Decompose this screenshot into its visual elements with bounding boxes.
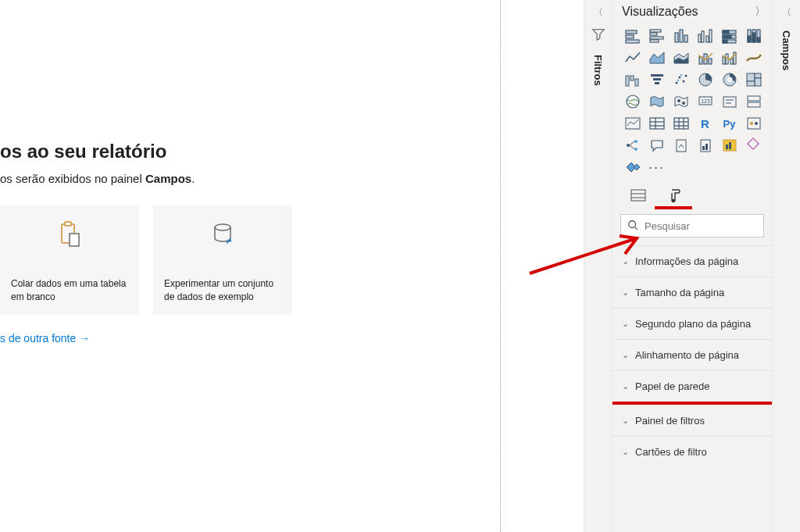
viz-clustered-bar-icon[interactable]	[646, 27, 667, 45]
viz-decomposition-icon[interactable]	[622, 136, 643, 155]
section-filter-pane[interactable]: ⌄Painel de filtros	[612, 405, 772, 436]
viz-gauge-icon[interactable]: 123	[695, 92, 716, 111]
chevron-left-icon[interactable]: 〈	[782, 6, 791, 20]
filters-pane-collapsed[interactable]: 〈 Filtros	[584, 0, 612, 532]
svg-point-44	[678, 77, 680, 79]
section-label: Tamanho da página	[635, 287, 724, 298]
viz-qa-icon[interactable]	[646, 136, 667, 155]
viz-stacked100-bar-icon[interactable]	[719, 27, 740, 45]
viz-more-visual-icon[interactable]	[743, 136, 764, 155]
format-search-input[interactable]	[643, 220, 757, 233]
svg-rect-6	[626, 40, 639, 43]
viz-filled-map-icon[interactable]	[646, 92, 667, 111]
fields-label: Campos	[780, 30, 792, 70]
card-label: Experimentar um conjunto de dados de exe…	[164, 277, 281, 304]
subtitle-bold: Campos	[145, 172, 191, 185]
viz-custom-visual-icon[interactable]	[622, 158, 643, 177]
svg-rect-11	[675, 33, 678, 42]
format-search-box[interactable]	[620, 214, 764, 237]
card-label: Colar dados em uma tabela em branco	[11, 277, 128, 304]
viz-multi-row-card-icon[interactable]	[743, 92, 764, 111]
svg-line-83	[630, 145, 634, 149]
viz-export-icon[interactable]	[670, 136, 691, 155]
viz-card-icon[interactable]	[719, 92, 740, 111]
svg-point-57	[677, 99, 680, 102]
viz-paginated-icon[interactable]	[695, 136, 716, 155]
svg-point-58	[682, 102, 685, 105]
card-paste-data[interactable]: Colar dados em uma tabela em branco	[0, 205, 139, 315]
viz-stacked-bar-icon[interactable]	[622, 27, 643, 45]
report-title: os ao seu relatório	[0, 141, 584, 162]
svg-rect-55	[747, 81, 755, 86]
svg-point-95	[672, 199, 675, 202]
report-canvas[interactable]: os ao seu relatório os serão exibidos no…	[0, 0, 584, 532]
svg-rect-91	[747, 138, 758, 149]
svg-rect-86	[702, 146, 705, 150]
viz-clustered-column-icon[interactable]	[695, 27, 716, 45]
viz-pbi-apps-icon[interactable]	[719, 136, 740, 155]
viz-stacked100-column-icon[interactable]	[743, 27, 764, 45]
page-boundary	[500, 0, 501, 532]
section-page-info[interactable]: ⌄Informações da página	[612, 245, 772, 277]
format-tab-icon[interactable]	[666, 186, 686, 205]
section-page-alignment[interactable]: ⌄Alinhamento de página	[612, 339, 772, 370]
viz-map-icon[interactable]	[622, 92, 643, 111]
viz-line-icon[interactable]	[622, 48, 643, 67]
chevron-right-icon[interactable]: 〉	[755, 5, 766, 19]
format-tab-row	[612, 181, 772, 208]
svg-rect-10	[650, 40, 659, 42]
svg-rect-35	[730, 59, 733, 64]
clipboard-icon	[11, 220, 128, 277]
viz-line-clustered-icon[interactable]	[695, 48, 716, 67]
svg-line-97	[635, 227, 638, 230]
viz-funnel-icon[interactable]	[646, 70, 667, 89]
viz-slicer-icon[interactable]	[646, 114, 667, 133]
viz-stacked-column-icon[interactable]	[670, 27, 691, 45]
section-page-size[interactable]: ⌄Tamanho da página	[612, 277, 772, 308]
viz-area-icon[interactable]	[646, 48, 667, 67]
svg-rect-48	[677, 80, 679, 81]
annotation-underline	[655, 206, 692, 209]
viz-table-icon[interactable]	[670, 114, 691, 133]
svg-rect-19	[723, 30, 729, 34]
viz-more-icon[interactable]: ···	[646, 158, 667, 177]
svg-rect-41	[653, 78, 661, 80]
viz-kpi-icon[interactable]	[622, 114, 643, 133]
viz-treemap-icon[interactable]	[743, 70, 764, 89]
viz-waterfall-icon[interactable]	[622, 70, 643, 89]
viz-r-visual-icon[interactable]: R	[695, 114, 716, 133]
svg-rect-34	[726, 54, 728, 64]
filters-label: Filtros	[592, 55, 604, 86]
section-wallpaper[interactable]: ⌄Papel de parede	[612, 370, 772, 402]
fields-tab-icon[interactable]	[628, 186, 648, 205]
viz-shape-map-icon[interactable]	[670, 92, 691, 111]
fields-pane-collapsed[interactable]: 〈 Campos	[772, 0, 800, 532]
svg-point-81	[634, 148, 638, 151]
viz-scatter-icon[interactable]	[670, 70, 691, 89]
svg-rect-61	[723, 97, 736, 107]
viz-donut-icon[interactable]	[719, 70, 740, 89]
other-source-link[interactable]: s de outra fonte→	[0, 332, 584, 345]
section-page-background[interactable]: ⌄Segundo plano da página	[612, 308, 772, 339]
viz-py-visual-icon[interactable]: Py	[719, 114, 740, 133]
svg-rect-30	[699, 57, 702, 64]
card-sample-data[interactable]: Experimentar um conjunto de dados de exe…	[153, 205, 292, 315]
viz-stacked-area-icon[interactable]	[670, 48, 691, 67]
other-source-text: s de outra fonte	[0, 332, 76, 345]
viz-ribbon-icon[interactable]	[743, 48, 764, 67]
svg-rect-7	[650, 30, 661, 32]
viz-panel-title: Visualizações	[622, 5, 755, 19]
svg-point-78	[755, 122, 758, 125]
svg-line-82	[630, 141, 634, 145]
svg-rect-37	[626, 76, 629, 86]
viz-line-stacked-icon[interactable]	[719, 48, 740, 67]
svg-point-96	[629, 220, 636, 227]
section-filter-cards[interactable]: ⌄Cartões de filtro	[612, 436, 772, 467]
chevron-left-icon[interactable]: 〈	[594, 6, 603, 20]
viz-key-influencers-icon[interactable]	[743, 114, 764, 133]
svg-rect-53	[755, 73, 761, 78]
svg-rect-8	[650, 33, 657, 35]
database-icon	[164, 220, 281, 277]
svg-rect-90	[729, 142, 731, 149]
viz-pie-icon[interactable]	[695, 70, 716, 89]
